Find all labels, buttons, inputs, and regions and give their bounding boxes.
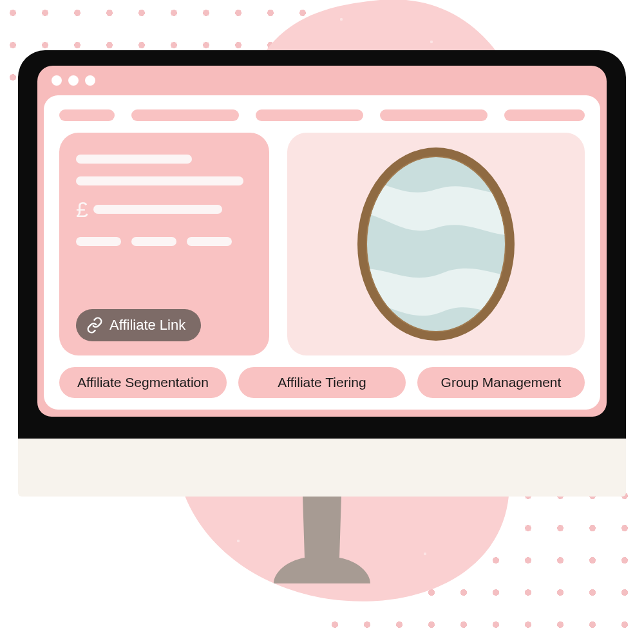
window-control-dot[interactable] bbox=[85, 75, 95, 86]
window-control-dot[interactable] bbox=[52, 75, 62, 86]
preview-card bbox=[287, 133, 585, 355]
monitor-base bbox=[18, 439, 626, 497]
placeholder-pill bbox=[187, 237, 232, 246]
affiliate-segmentation-button[interactable]: Affiliate Segmentation bbox=[59, 367, 227, 398]
top-nav bbox=[59, 109, 585, 121]
browser-window: £ Affilia bbox=[37, 66, 607, 417]
svg-point-3 bbox=[430, 41, 433, 43]
main-columns: £ Affilia bbox=[59, 133, 585, 355]
nav-item[interactable] bbox=[504, 109, 585, 121]
product-card: £ Affilia bbox=[59, 133, 269, 355]
affiliate-link-button[interactable]: Affiliate Link bbox=[76, 309, 201, 341]
affiliate-link-label: Affiliate Link bbox=[109, 317, 185, 334]
placeholder-pill bbox=[131, 237, 176, 246]
svg-point-1 bbox=[276, 28, 278, 30]
monitor-stand bbox=[274, 497, 370, 587]
mini-pill-row bbox=[76, 237, 252, 246]
nav-item[interactable] bbox=[380, 109, 488, 121]
price-row: £ bbox=[76, 198, 252, 220]
monitor: £ Affilia bbox=[18, 50, 626, 587]
link-icon bbox=[86, 317, 103, 334]
placeholder-line bbox=[76, 176, 243, 185]
placeholder-line bbox=[76, 155, 192, 164]
monitor-bezel: £ Affilia bbox=[18, 50, 626, 439]
group-management-button[interactable]: Group Management bbox=[417, 367, 585, 398]
placeholder-pill bbox=[76, 237, 121, 246]
svg-point-2 bbox=[340, 18, 343, 21]
placeholder-line bbox=[93, 205, 222, 214]
browser-titlebar bbox=[37, 66, 607, 95]
window-control-dot[interactable] bbox=[68, 75, 79, 86]
nav-item[interactable] bbox=[256, 109, 363, 121]
page-content: £ Affilia bbox=[44, 95, 600, 410]
nav-item[interactable] bbox=[59, 109, 115, 121]
bottom-pill-row: Affiliate Segmentation Affiliate Tiering… bbox=[59, 367, 585, 398]
affiliate-tiering-button[interactable]: Affiliate Tiering bbox=[238, 367, 406, 398]
mirror-illustration bbox=[352, 144, 520, 344]
currency-symbol: £ bbox=[76, 198, 88, 220]
nav-item[interactable] bbox=[131, 109, 239, 121]
